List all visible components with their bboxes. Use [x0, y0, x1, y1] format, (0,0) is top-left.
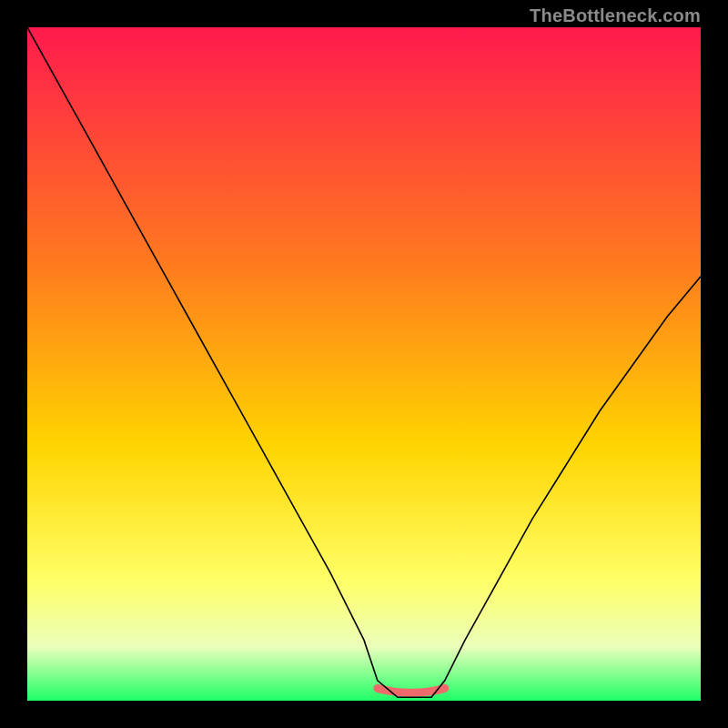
chart-frame: TheBottleneck.com — [0, 0, 728, 728]
plot-area — [27, 27, 701, 701]
bottleneck-curve — [27, 27, 701, 697]
watermark-text: TheBottleneck.com — [530, 5, 701, 26]
curve-layer — [27, 27, 701, 701]
